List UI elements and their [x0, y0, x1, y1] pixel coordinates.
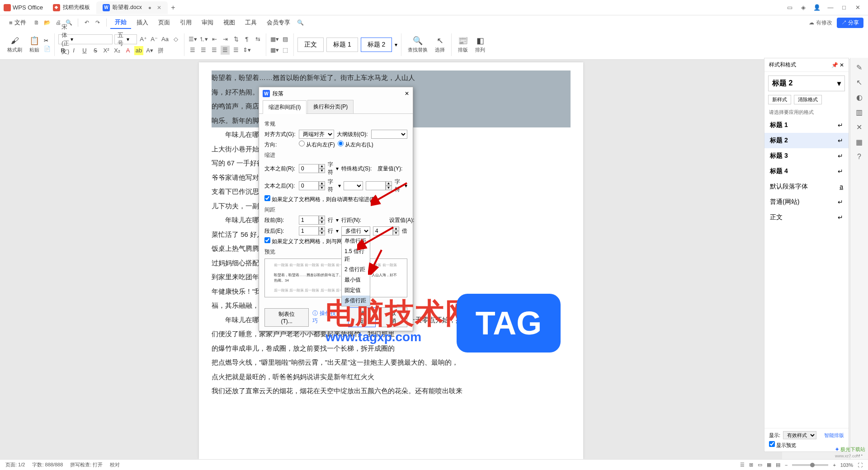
border-icon[interactable]: ▦▾ — [270, 35, 279, 44]
font-color-icon[interactable]: A — [123, 46, 132, 55]
bullets-icon[interactable]: ☰▾ — [188, 35, 197, 44]
style-heading1[interactable]: 标题 1 — [326, 38, 358, 52]
fullscreen-icon[interactable]: ⛶ — [858, 462, 863, 468]
style-item-h2[interactable]: 标题 2↵ — [764, 133, 849, 148]
align-left-icon[interactable]: ☰ — [188, 46, 197, 55]
after-para-input[interactable] — [299, 226, 319, 235]
strike-icon[interactable]: S̶ — [91, 46, 100, 55]
select-button[interactable]: ↖选择 — [432, 32, 448, 58]
show-select[interactable]: 有效样式 — [783, 431, 816, 439]
close-icon[interactable]: ✕ — [157, 5, 161, 11]
paste-button[interactable]: 📋粘贴 — [27, 32, 42, 58]
view-icon[interactable]: ☰ — [740, 462, 745, 468]
numbering-icon[interactable]: ⒈▾ — [199, 35, 208, 44]
spin-down-icon[interactable]: ▼ — [319, 169, 325, 173]
linespacing-select[interactable]: 多倍行距 — [341, 226, 370, 235]
auto-grid-checkbox[interactable]: 如果定义了文档网格，则与网格对 — [264, 237, 353, 245]
style-item-body[interactable]: 正文↵ — [764, 210, 849, 225]
linespacing-icon[interactable]: ⇕▾ — [242, 46, 251, 55]
style-item-h4[interactable]: 标题 4↵ — [764, 164, 849, 179]
menu-tools[interactable]: 工具 — [241, 17, 261, 28]
format-brush[interactable]: 🖌格式刷 — [5, 32, 25, 58]
page-status[interactable]: 页面: 1/2 — [5, 461, 25, 468]
outdent-icon[interactable]: ⇤ — [210, 35, 219, 44]
dd-option[interactable]: 最小值 — [342, 275, 370, 285]
dd-option-selected[interactable]: 多倍行距 — [342, 296, 370, 306]
file-menu[interactable]: ≡ 文件 — [5, 17, 31, 28]
tab-icon[interactable]: ⇆ — [253, 35, 262, 44]
proof-status[interactable]: 校对 — [110, 461, 120, 468]
menu-insert[interactable]: 插入 — [132, 17, 153, 28]
clear-format-button[interactable]: 清除格式 — [794, 95, 822, 104]
para-shade-icon[interactable]: ▦▾ — [270, 46, 279, 55]
bold-icon[interactable]: B — [58, 46, 67, 55]
tab-pagebreak[interactable]: 换行和分页(P) — [307, 100, 354, 113]
spin-up-icon[interactable]: ▲ — [319, 164, 325, 169]
clear-format-icon[interactable]: ◇ — [171, 35, 180, 44]
align-justify-icon[interactable]: ☰ — [221, 46, 230, 55]
increase-font-icon[interactable]: A⁺ — [139, 35, 148, 44]
new-doc-icon[interactable]: 🗎 — [32, 19, 42, 26]
strip-select-icon[interactable]: ↖ — [856, 78, 862, 87]
view-icon[interactable]: ▤ — [776, 462, 780, 468]
word-count[interactable]: 字数: 888/888 — [32, 461, 63, 468]
close-pane-icon[interactable]: ✕ — [840, 62, 844, 68]
pin-icon[interactable]: 📌 — [831, 62, 838, 68]
search-icon[interactable]: 🔍 — [296, 19, 306, 26]
strip-tool-icon[interactable]: ✕ — [856, 123, 862, 132]
after-text-input[interactable] — [299, 181, 319, 190]
redo-icon[interactable]: ↷ — [93, 19, 103, 26]
superscript-icon[interactable]: X² — [102, 46, 111, 55]
align-center-icon[interactable]: ☰ — [199, 46, 208, 55]
sort-icon[interactable]: ⇅ — [231, 35, 241, 44]
view-icon[interactable]: ⊞ — [749, 462, 753, 468]
win-btn-1[interactable]: ▭ — [783, 4, 797, 11]
undo-icon[interactable]: ↶ — [82, 19, 92, 26]
zoom-in-icon[interactable]: + — [833, 462, 835, 468]
tab-indent[interactable]: 缩进和间距(I) — [263, 100, 307, 114]
tab-templates[interactable]: ❖ 找稻壳模板 — [47, 1, 96, 14]
menu-vip[interactable]: 会员专享 — [262, 17, 295, 28]
showmarks-icon[interactable]: ¶ — [242, 35, 251, 44]
style-heading2[interactable]: 标题 2 — [361, 38, 392, 52]
open-icon[interactable]: 📂 — [42, 19, 52, 26]
share-button[interactable]: ↗ 分享 — [837, 18, 863, 28]
shade-icon[interactable]: ▨ — [281, 35, 290, 44]
win-btn-2[interactable]: ◈ — [797, 4, 810, 11]
dir-rtl-radio[interactable]: 从右向左(F) — [299, 141, 335, 149]
dd-option[interactable]: 2 倍行距 — [342, 264, 370, 275]
menu-review[interactable]: 审阅 — [197, 17, 218, 28]
current-style[interactable]: 标题 2▾ — [768, 75, 845, 91]
show-preview-checkbox[interactable]: 显示预览 — [769, 442, 796, 448]
phonetic-icon[interactable]: 拼 — [156, 46, 165, 55]
before-text-input[interactable] — [299, 164, 319, 173]
cut-icon[interactable]: ✂ — [44, 38, 51, 44]
highlight-icon[interactable]: ab — [134, 46, 143, 55]
dd-option[interactable]: 单倍行距 — [342, 236, 370, 246]
tabstop-button[interactable]: 制表位(T)... — [264, 308, 309, 327]
minimize-button[interactable]: — — [824, 4, 837, 11]
menu-start[interactable]: 开始 — [110, 16, 131, 29]
new-style-button[interactable]: 新样式 — [768, 95, 791, 104]
new-tab-button[interactable]: + — [168, 4, 179, 12]
font-size-select[interactable]: 五号 ▾ — [114, 34, 137, 44]
maximize-button[interactable]: □ — [837, 4, 851, 11]
dialog-close-icon[interactable]: ✕ — [405, 90, 409, 97]
smart-layout-link[interactable]: 智能排版 — [824, 432, 844, 439]
tab-document[interactable]: W 盼望着.docx ● ✕ — [96, 1, 168, 14]
setval-input[interactable] — [373, 226, 393, 235]
special-select[interactable] — [344, 181, 363, 190]
decrease-font-icon[interactable]: A⁻ — [150, 35, 159, 44]
menu-reference[interactable]: 引用 — [175, 17, 196, 28]
find-replace[interactable]: 🔍查找替换 — [405, 32, 430, 58]
dd-option[interactable]: 1.5 倍行距 — [342, 246, 370, 264]
distribute-icon[interactable]: ☰ — [231, 46, 241, 55]
cell-icon[interactable]: ⬚ — [281, 46, 290, 55]
style-normal[interactable]: 正文 — [297, 38, 324, 52]
before-para-input[interactable] — [299, 216, 319, 225]
style-item-h1[interactable]: 标题 1↵ — [764, 118, 849, 133]
outline-select[interactable] — [371, 130, 407, 139]
style-item-h3[interactable]: 标题 3↵ — [764, 148, 849, 164]
zoom-slider[interactable] — [792, 464, 828, 466]
strip-layer-icon[interactable]: ▥ — [856, 108, 863, 117]
